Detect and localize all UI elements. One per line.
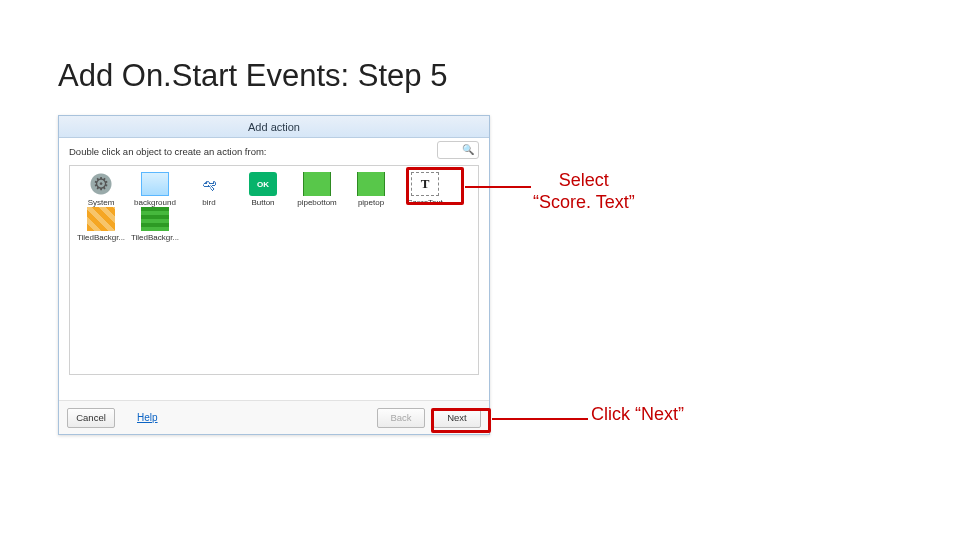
callout-line: “Score. Text” bbox=[533, 192, 635, 214]
object-label: pipetop bbox=[346, 198, 396, 207]
object-label: bird bbox=[184, 198, 234, 207]
object-tiledbg-1[interactable]: TiledBackgr... bbox=[76, 207, 126, 242]
callout-select-scoretext: Select “Score. Text” bbox=[533, 170, 635, 213]
dialog-title: Add action bbox=[59, 116, 489, 138]
object-label: background bbox=[130, 198, 180, 207]
pipetop-icon bbox=[357, 172, 385, 196]
object-pipetop[interactable]: pipetop bbox=[346, 172, 396, 207]
object-pipebottom[interactable]: pipebottom bbox=[292, 172, 342, 207]
next-button[interactable]: Next bbox=[433, 408, 481, 428]
bird-icon bbox=[195, 172, 223, 196]
back-button[interactable]: Back bbox=[377, 408, 425, 428]
object-label: ScoreText bbox=[400, 198, 450, 207]
object-label: TiledBackgr... bbox=[130, 233, 180, 242]
object-button[interactable]: OK Button bbox=[238, 172, 288, 207]
object-system[interactable]: System bbox=[76, 172, 126, 207]
callout-line: Select bbox=[533, 170, 635, 192]
add-action-dialog: Add action Double click an object to cre… bbox=[58, 115, 490, 435]
cancel-button[interactable]: Cancel bbox=[67, 408, 115, 428]
leader-line bbox=[465, 186, 531, 188]
background-icon bbox=[141, 172, 169, 196]
object-grid: System background bird OK Button pipebot… bbox=[76, 172, 472, 242]
object-label: pipebottom bbox=[292, 198, 342, 207]
button-icon: OK bbox=[249, 172, 277, 196]
gear-icon bbox=[87, 172, 115, 196]
object-bird[interactable]: bird bbox=[184, 172, 234, 207]
callout-click-next: Click “Next” bbox=[591, 404, 684, 425]
objects-panel: System background bird OK Button pipebot… bbox=[69, 165, 479, 375]
object-label: System bbox=[76, 198, 126, 207]
dialog-prompt: Double click an object to create an acti… bbox=[69, 146, 479, 157]
object-tiledbg-2[interactable]: TiledBackgr... bbox=[130, 207, 180, 242]
object-scoretext[interactable]: T ScoreText bbox=[400, 172, 450, 207]
object-label: TiledBackgr... bbox=[76, 233, 126, 242]
tiledbg-icon bbox=[87, 207, 115, 231]
tiledbg-icon bbox=[141, 207, 169, 231]
help-link[interactable]: Help bbox=[137, 412, 158, 423]
search-input[interactable] bbox=[437, 141, 479, 159]
object-background[interactable]: background bbox=[130, 172, 180, 207]
pipebottom-icon bbox=[303, 172, 331, 196]
object-label: Button bbox=[238, 198, 288, 207]
dialog-footer: Cancel Help Back Next bbox=[59, 400, 489, 434]
leader-line bbox=[492, 418, 588, 420]
slide-title: Add On.Start Events: Step 5 bbox=[58, 58, 447, 94]
text-icon: T bbox=[411, 172, 439, 196]
